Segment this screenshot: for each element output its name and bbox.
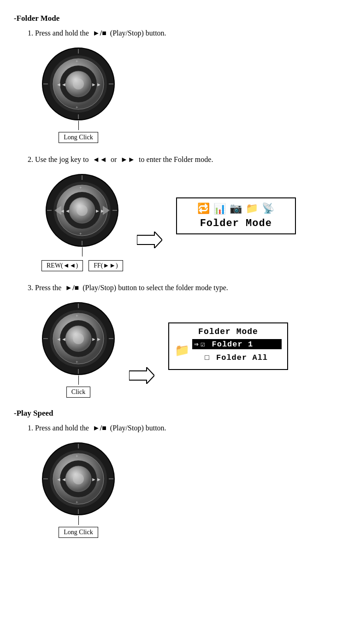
ps-step1-diagram: ◄◄ ►► + + Long C <box>41 442 115 538</box>
icon-recycle: 🔁 <box>197 203 210 215</box>
folder1-row: ⇒ ☑ Folder 1 <box>192 339 282 349</box>
jog-wheel-4: ◄◄ ►► + + <box>41 442 115 516</box>
step2-diagram: ◄◄ ►► + + <box>41 173 123 271</box>
svg-text:+: + <box>79 231 82 236</box>
icon-folder: 📁 <box>246 203 258 215</box>
click-label: Click <box>66 387 90 398</box>
checkbox-checked: ☑ <box>201 340 205 349</box>
svg-text:+: + <box>79 185 82 190</box>
lcd-icons: 🔁 📊 📷 📁 📡 <box>197 203 274 215</box>
icon-camera: 📷 <box>230 203 242 215</box>
folder-mode-title: -Folder Mode <box>14 14 340 23</box>
arrow-right-1 <box>137 232 162 248</box>
lcd-folder-mode-text: Folder Mode <box>200 218 272 229</box>
connector-2 <box>82 247 83 256</box>
svg-text:►►: ►► <box>91 336 101 342</box>
folder1-text: Folder 1 <box>206 340 253 349</box>
step2-text: 2. Use the jog key to ◄◄ or ►► to enter … <box>28 154 340 165</box>
svg-text:◄◄: ◄◄ <box>56 477 66 482</box>
svg-marker-45 <box>129 367 154 384</box>
play-speed-section: -Play Speed 1. Press and hold the ►/■ (P… <box>14 409 340 538</box>
step1-visual: ◄◄ ►► + + Long C <box>41 47 340 143</box>
svg-text:+: + <box>76 313 78 318</box>
svg-point-36 <box>73 333 84 344</box>
folder-all-row: □ Folder All <box>192 353 282 363</box>
lcd-folder-select: Folder Mode 📁 ⇒ ☑ Folder 1 □ F <box>168 322 288 370</box>
play-stop-symbol-1: ►/■ <box>93 29 106 37</box>
connector-3 <box>78 376 79 385</box>
play-speed-title: -Play Speed <box>14 409 340 418</box>
empty-space <box>194 354 203 362</box>
svg-text:+: + <box>76 359 78 364</box>
svg-point-19 <box>77 205 88 216</box>
step3-diagram: ◄◄ ►► + + Click <box>41 302 115 398</box>
step3-visual: ◄◄ ►► + + Click <box>41 302 340 398</box>
svg-marker-30 <box>137 232 162 248</box>
folder-all-text: Folder All <box>211 353 268 362</box>
svg-text:◄◄: ◄◄ <box>56 336 66 342</box>
svg-text:+: + <box>76 453 78 459</box>
lcd-folder-mode: 🔁 📊 📷 📁 📡 Folder Mode <box>176 197 296 234</box>
step2-visual: ◄◄ ►► + + <box>41 173 340 271</box>
jog-wheel-3: ◄◄ ►► + + <box>41 302 115 376</box>
svg-text:+: + <box>76 105 78 110</box>
step1-text: 1. Press and hold the ►/■ (Play/Stop) bu… <box>28 28 340 39</box>
step1-diagram: ◄◄ ►► + + Long C <box>41 47 115 143</box>
checkbox-unchecked: □ <box>205 354 209 362</box>
lcd-folder-select-header: Folder Mode <box>175 327 282 336</box>
svg-text:◄◄: ◄◄ <box>56 82 66 87</box>
svg-text:►►: ►► <box>91 82 101 87</box>
ff-label: FF(►►) <box>88 260 123 271</box>
arrow-right-2 <box>129 367 154 384</box>
svg-text:◄◄: ◄◄ <box>60 208 70 214</box>
svg-text:+: + <box>76 500 78 505</box>
ps-step1-text: 1. Press and hold the ►/■ (Play/Stop) bu… <box>28 423 340 434</box>
icon-bars: 📊 <box>213 203 226 215</box>
long-click-label-1: Long Click <box>59 132 98 143</box>
folder-mode-section: -Folder Mode 1. Press and hold the ►/■ (… <box>14 14 340 398</box>
svg-point-5 <box>73 78 84 89</box>
jog-wheel-2: ◄◄ ►► + + <box>45 173 119 247</box>
rew-label: REW(◄◄) <box>41 260 83 271</box>
icon-signal: 📡 <box>262 203 274 215</box>
step3-text: 3. Press the ►/■ (Play/Stop) button to s… <box>28 282 340 293</box>
jog-wheel-1: ◄◄ ►► + + <box>41 47 115 121</box>
long-click-label-2: Long Click <box>59 527 98 538</box>
svg-text:+: + <box>76 59 78 64</box>
folder-icon-lcd: 📁 <box>175 345 189 357</box>
svg-text:►►: ►► <box>91 477 101 482</box>
svg-point-51 <box>73 473 84 484</box>
arrow-indicator: ⇒ <box>194 340 199 349</box>
connector-4 <box>78 516 79 525</box>
connector-1 <box>78 121 79 130</box>
ps-step1-visual: ◄◄ ►► + + Long C <box>41 442 340 538</box>
